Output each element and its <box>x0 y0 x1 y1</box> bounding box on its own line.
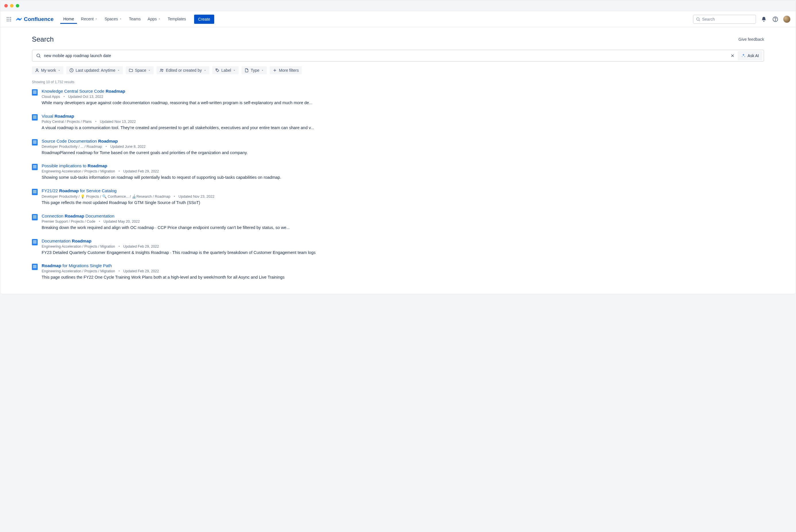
app-switcher-icon[interactable] <box>5 16 12 23</box>
minimize-window-button[interactable] <box>10 4 14 7</box>
nav-item-teams[interactable]: Teams <box>126 14 144 24</box>
filter-label: My work <box>41 68 56 73</box>
filter-label: Label <box>221 68 231 73</box>
result-title-link[interactable]: Possible implications to Roadmap <box>42 163 764 168</box>
search-icon <box>36 53 41 58</box>
search-result: Roadmap for Migrations Single PathEngine… <box>32 263 764 281</box>
chevron-down-icon <box>233 69 236 72</box>
search-input[interactable] <box>43 53 728 58</box>
file-icon <box>244 68 249 73</box>
result-meta: Policy Central / Projects / PlansUpdated… <box>42 120 764 124</box>
chevron-down-icon <box>117 69 120 72</box>
nav-item-spaces[interactable]: Spaces <box>101 14 125 24</box>
confluence-logo[interactable]: Confluence <box>15 16 55 22</box>
result-snippet: A visual roadmap is a communication tool… <box>42 125 764 131</box>
svg-point-21 <box>216 69 217 70</box>
svg-point-0 <box>7 17 8 18</box>
result-snippet: Breaking down the work required and alig… <box>42 225 764 231</box>
clear-search-button[interactable] <box>728 52 737 60</box>
chevron-down-icon <box>261 69 264 72</box>
svg-point-20 <box>162 69 163 70</box>
result-title-link[interactable]: Connection Roadmap Documentation <box>42 213 764 218</box>
filter-label: More filters <box>279 68 299 73</box>
search-result: FY21/22 Roadmap for Service CatalogDevel… <box>32 188 764 206</box>
ai-sparkle-icon <box>741 53 746 58</box>
result-title-link[interactable]: Roadmap for Migrations Single Path <box>42 263 764 268</box>
page-icon <box>32 89 38 96</box>
global-search[interactable]: Search <box>693 15 756 24</box>
result-title-link[interactable]: Documentation Roadmap <box>42 239 764 243</box>
result-meta: Engineering Acceleration / Projects / Mi… <box>42 269 764 273</box>
svg-point-17 <box>36 69 38 70</box>
filter-bar: My workLast updated: AnytimeSpaceEdited … <box>32 66 764 74</box>
nav-item-apps[interactable]: Apps <box>145 14 164 24</box>
filter-edited-or-created-by[interactable]: Edited or created by <box>156 66 209 74</box>
svg-point-5 <box>10 19 11 20</box>
result-title-link[interactable]: Visual Roadmap <box>42 114 764 118</box>
result-snippet: FY23 Detailed Quarterly Customer Engagem… <box>42 250 764 256</box>
nav-label: Spaces <box>105 17 118 21</box>
result-snippet: Showing some sub-tasks information on ro… <box>42 174 764 181</box>
result-snippet: RoadmapPlanned roadmap for Tome based on… <box>42 150 764 156</box>
result-snippet: This page outlines the FY22 One Cycle Tr… <box>42 274 764 281</box>
nav-label: Templates <box>168 17 186 21</box>
filter-label[interactable]: Label <box>212 66 239 74</box>
plus-icon <box>273 68 277 73</box>
result-meta: Engineering Acceleration / Projects / Mi… <box>42 245 764 248</box>
page-title: Search <box>32 35 54 43</box>
svg-point-4 <box>8 19 10 20</box>
svg-line-14 <box>39 57 40 57</box>
search-result: Possible implications to RoadmapEngineer… <box>32 163 764 181</box>
notifications-icon[interactable] <box>760 16 767 23</box>
search-result: Source Code Documentation RoadmapDevelop… <box>32 138 764 156</box>
svg-point-2 <box>10 17 11 18</box>
svg-point-7 <box>8 20 10 21</box>
result-meta: Engineering Acceleration / Projects / Mi… <box>42 169 764 173</box>
search-result: Connection Roadmap DocumentationPremier … <box>32 213 764 231</box>
svg-point-6 <box>7 20 8 21</box>
filter-label: Edited or created by <box>166 68 202 73</box>
top-nav: Confluence HomeRecentSpacesTeamsAppsTemp… <box>0 11 796 27</box>
create-button[interactable]: Create <box>194 15 214 24</box>
main-content: Search Give feedback Ask AI My workLast … <box>0 27 796 294</box>
page-icon <box>32 164 38 170</box>
maximize-window-button[interactable] <box>16 4 19 7</box>
nav-item-templates[interactable]: Templates <box>165 14 189 24</box>
ask-ai-label: Ask AI <box>747 53 759 58</box>
result-title-link[interactable]: FY21/22 Roadmap for Service Catalog <box>42 188 764 193</box>
svg-point-12 <box>775 20 776 21</box>
chevron-down-icon <box>58 69 60 72</box>
page-icon <box>32 114 38 120</box>
page-icon <box>32 189 38 195</box>
filter-last-updated-anytime[interactable]: Last updated: Anytime <box>66 66 123 74</box>
global-search-placeholder: Search <box>702 17 715 21</box>
result-meta: Developer Productivity / ... / RoadmapUp… <box>42 145 764 149</box>
window-titlebar <box>0 0 796 11</box>
filter-more-filters[interactable]: More filters <box>270 66 301 74</box>
filter-my-work[interactable]: My work <box>32 66 63 74</box>
page-icon <box>32 214 38 221</box>
svg-line-10 <box>699 20 700 21</box>
nav-label: Apps <box>148 17 157 21</box>
filter-space[interactable]: Space <box>126 66 154 74</box>
result-title-link[interactable]: Knowledge Central Source Code Roadmap <box>42 89 764 94</box>
svg-point-19 <box>161 69 162 70</box>
search-result: Visual RoadmapPolicy Central / Projects … <box>32 114 764 131</box>
page-icon <box>32 139 38 146</box>
nav-item-recent[interactable]: Recent <box>78 14 100 24</box>
result-title-link[interactable]: Source Code Documentation Roadmap <box>42 138 764 144</box>
chevron-down-icon <box>204 69 206 72</box>
ask-ai-button[interactable]: Ask AI <box>738 51 762 60</box>
help-icon[interactable] <box>772 16 779 23</box>
chevron-down-icon <box>148 69 151 72</box>
give-feedback-link[interactable]: Give feedback <box>739 37 764 42</box>
brand-name: Confluence <box>24 16 53 22</box>
clock-icon <box>69 68 74 73</box>
close-window-button[interactable] <box>4 4 8 7</box>
nav-label: Home <box>63 17 74 21</box>
nav-item-home[interactable]: Home <box>60 14 77 24</box>
svg-point-3 <box>7 19 8 20</box>
filter-type[interactable]: Type <box>241 66 267 74</box>
user-avatar[interactable] <box>783 16 791 23</box>
result-meta: Premier Support / Projects / CodeUpdated… <box>42 220 764 224</box>
